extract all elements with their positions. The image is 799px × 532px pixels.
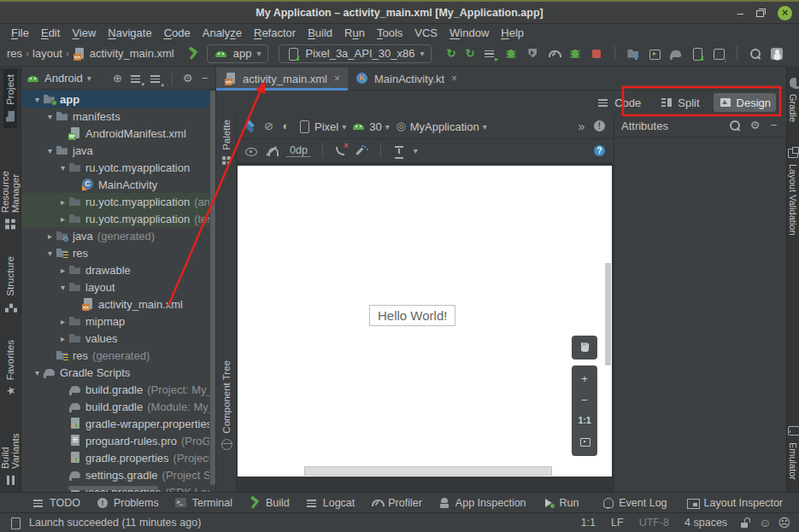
attach-debugger-icon[interactable]	[568, 47, 582, 61]
chevron-down-icon[interactable]: ▾	[87, 73, 91, 83]
component-tree-tab[interactable]: Component Tree	[216, 360, 237, 451]
minimize-icon[interactable]: −	[199, 72, 210, 85]
chevron-down-icon[interactable]: ▾	[44, 112, 56, 121]
zoom-ratio-button[interactable]: 1:1	[578, 415, 590, 425]
tree-item-values[interactable]: ▸values	[21, 330, 209, 347]
menu-run[interactable]: Run	[338, 26, 371, 39]
chevron-down-icon[interactable]: ▾	[57, 163, 68, 172]
chevron-right-icon[interactable]: ▸	[57, 266, 68, 275]
happy-face-icon[interactable]: ☺	[759, 516, 771, 529]
default-margin-select[interactable]: 0dp	[286, 144, 311, 157]
chevron-down-icon[interactable]: ▾	[44, 248, 56, 258]
tool-window-button-layout-validation[interactable]: Layout Validation	[786, 141, 799, 241]
design-surface-icon[interactable]	[244, 120, 257, 133]
menu-code[interactable]: Code	[158, 26, 197, 39]
window-restore-icon[interactable]	[754, 6, 767, 20]
breadcrumb-item[interactable]: res	[7, 47, 22, 60]
bottom-tab-run[interactable]: Run	[534, 496, 587, 510]
tree-item-gradle-properties[interactable]: gradle.properties(Project Properties)	[21, 449, 209, 466]
stop-icon[interactable]	[590, 47, 603, 61]
tool-window-button-project[interactable]: Project	[3, 69, 17, 128]
zoom-fit-button[interactable]	[578, 435, 591, 448]
menu-tools[interactable]: Tools	[371, 26, 408, 39]
encoding-indicator[interactable]: UTF-8	[635, 517, 673, 529]
profile-shield-icon[interactable]	[526, 47, 539, 61]
bottom-tab-layout-inspector[interactable]: Layout Inspector	[679, 496, 790, 510]
window-minimize-button[interactable]: –	[737, 8, 743, 19]
menu-file[interactable]: File	[5, 26, 35, 39]
tree-item-build-gradle[interactable]: build.gradle(Module: My_Application.app)	[21, 398, 209, 415]
tree-item-androidmanifest-xml[interactable]: AndroidManifest.xml	[21, 125, 209, 142]
locate-icon[interactable]: ⊕	[112, 72, 123, 85]
window-close-button[interactable]	[778, 6, 792, 20]
tree-item-mipmap[interactable]: ▸mipmap	[21, 313, 209, 330]
tree-item-build-gradle[interactable]: build.gradle(Project: My_Application)	[21, 381, 209, 398]
bottom-tab-app-inspection[interactable]: App Inspection	[430, 496, 534, 510]
editor-tab-activity-main-xml[interactable]: activity_main.xml×	[216, 67, 348, 90]
avatar-icon[interactable]	[770, 47, 784, 61]
bottom-tab-todo[interactable]: TODO	[24, 496, 88, 510]
menu-view[interactable]: View	[66, 26, 102, 39]
tool-window-button-gradle[interactable]: Gradle	[786, 71, 799, 127]
view-mode-design-button[interactable]: Design	[714, 93, 776, 112]
design-canvas[interactable]: Hello World! + − 1:1	[237, 163, 614, 492]
tree-item-java[interactable]: ▾java	[21, 142, 209, 159]
breadcrumb-item[interactable]: activity_main.xml	[90, 47, 174, 60]
tree-item-activity-main-xml[interactable]: activity_main.xml	[21, 295, 209, 313]
chevron-down-icon[interactable]: ▾	[57, 283, 68, 292]
view-mode-split-button[interactable]: Split	[655, 93, 704, 112]
menu-refactor[interactable]: Refactor	[248, 26, 302, 39]
zoom-in-button[interactable]: +	[581, 373, 588, 385]
tree-item-settings-gradle[interactable]: settings.gradle(Project Settings)	[21, 466, 209, 483]
sad-face-icon[interactable]: ☹	[778, 516, 790, 529]
hide-panel-icon[interactable]: −	[768, 119, 779, 132]
close-tab-icon[interactable]: ×	[451, 73, 457, 85]
tool-window-button-favorites[interactable]: ★Favorites	[3, 335, 17, 403]
tool-window-button-resource-manager[interactable]: Resource Manager	[0, 143, 21, 236]
menu-analyze[interactable]: Analyze	[197, 26, 248, 39]
bottom-tab-problems[interactable]: Problems	[88, 496, 167, 510]
gear-icon[interactable]: ⚙	[749, 119, 761, 132]
sdk-manager-icon[interactable]	[712, 47, 726, 61]
menu-edit[interactable]: Edit	[35, 26, 66, 39]
device-screen[interactable]: Hello World!	[238, 166, 612, 476]
device-explorer-icon[interactable]	[626, 47, 640, 61]
search-icon[interactable]	[728, 119, 742, 132]
menu-build[interactable]: Build	[302, 26, 338, 39]
collapse-all-icon[interactable]	[149, 72, 162, 85]
device-select[interactable]: Pixel_3a_API_30_x86 ▾	[279, 44, 432, 63]
autoconnect-off-icon[interactable]	[265, 144, 279, 158]
device-manager-icon[interactable]	[648, 47, 661, 61]
palette-tab[interactable]: Palette	[216, 120, 237, 167]
night-mode-icon[interactable]: ◐	[280, 120, 291, 133]
tool-window-button-build-variants[interactable]: Build Variants	[0, 418, 21, 492]
api-level-select[interactable]: 30 ▾	[352, 120, 390, 133]
zoom-out-button[interactable]: −	[581, 395, 588, 406]
apply-code-changes-icon[interactable]: ↻	[464, 47, 475, 61]
canvas-horizontal-scrollbar[interactable]	[304, 466, 552, 476]
apply-changes-icon[interactable]: ↻	[445, 47, 456, 61]
clear-constraints-icon[interactable]	[334, 144, 348, 158]
search-icon[interactable]	[749, 47, 762, 61]
orientation-icon[interactable]: ⊘	[263, 120, 274, 133]
debug-bug-icon[interactable]	[504, 47, 518, 61]
tree-item-res[interactable]: res(generated)	[21, 347, 209, 364]
profiler-gauge-icon[interactable]	[547, 47, 561, 61]
tool-window-button-structure[interactable]: Structure	[3, 251, 17, 319]
breadcrumb-item[interactable]: layout	[32, 47, 62, 60]
editor-tab-mainactivity-kt[interactable]: MainActivity.kt×	[348, 67, 465, 90]
hello-world-textview[interactable]: Hello World!	[369, 305, 455, 326]
build-hammer-icon[interactable]	[186, 47, 200, 61]
bottom-tab-terminal[interactable]: Terminal	[167, 496, 240, 510]
close-tab-icon[interactable]: ×	[334, 73, 340, 85]
sync-gradle-icon[interactable]	[669, 47, 683, 61]
run-configuration-select[interactable]: app ▾	[207, 44, 269, 63]
avd-manager-icon[interactable]	[690, 47, 704, 61]
gear-icon[interactable]: ⚙	[182, 72, 193, 85]
theme-select[interactable]: ◎ MyApplication ▾	[396, 120, 487, 133]
tree-item-ru-yotc-myapplication[interactable]: ▸ru.yotc.myapplication(androidTest)	[21, 193, 209, 210]
readonly-lock-icon[interactable]	[738, 516, 752, 529]
chevron-right-icon[interactable]: ▸	[44, 231, 56, 241]
tool-window-button-emulator[interactable]: Emulator	[786, 419, 799, 485]
menu-window[interactable]: Window	[444, 26, 495, 39]
